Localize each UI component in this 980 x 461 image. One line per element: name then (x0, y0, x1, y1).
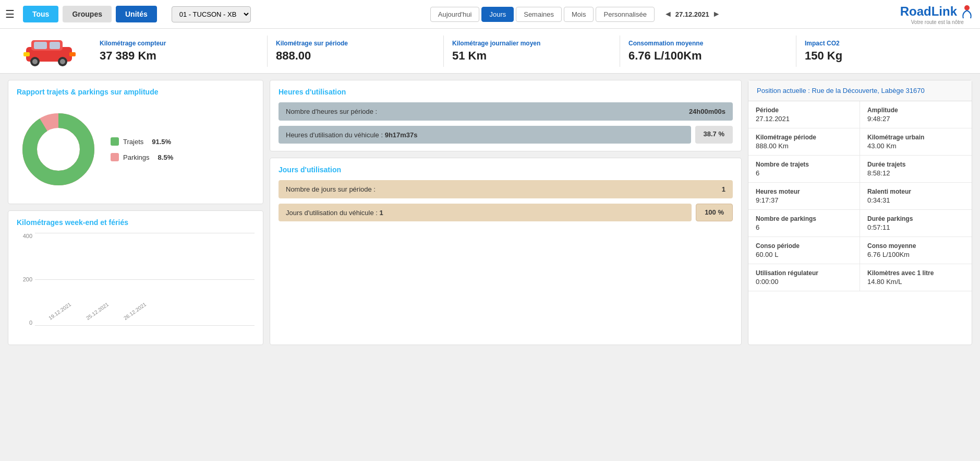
heures-total-label: Nombre d'heures sur période : (286, 108, 377, 115)
info-val-4-1: 6 (756, 223, 852, 231)
info-cell-3-right: Ralenti moteur0:34:31 (860, 183, 972, 210)
period-btn-aujourdhui[interactable]: Aujourd'hui (430, 7, 480, 22)
km-compteur-value: 37 389 Km (100, 49, 259, 63)
info-label-2-1: Nombre de trajets (756, 161, 852, 168)
info-val-1-1: 888.00 Km (756, 142, 852, 150)
hamburger-icon[interactable]: ☰ (5, 8, 15, 20)
info-grid: Période27.12.2021Amplitude9:48:27Kilomét… (748, 101, 972, 291)
info-label-4-1: Nombre de parkings (756, 215, 852, 222)
info-label-2-2: Durée trajets (867, 161, 964, 168)
svg-point-13 (43, 134, 74, 165)
svg-rect-4 (50, 42, 60, 49)
svg-rect-9 (23, 52, 30, 56)
parkings-color-dot (111, 153, 119, 161)
info-label-3-2: Ralenti moteur (867, 188, 964, 195)
info-cell-6-left: Utilisation régulateur0:00:00 (748, 264, 860, 291)
heures-total-wrapper: Nombre d'heures sur période : 24h00m00s (279, 102, 733, 121)
info-label-6-2: Kilomètres avec 1 litre (867, 269, 964, 277)
donut-card: Rapport trajets & parkings sur amplitude… (8, 80, 263, 204)
logo-icon (959, 4, 975, 19)
info-label-5-1: Conso période (756, 242, 852, 250)
jours-total-bar: Nombre de jours sur période : 1 (279, 180, 733, 198)
parkings-label: Parkings (123, 153, 150, 161)
info-val-5-1: 60.00 L (756, 251, 852, 258)
trajets-color-dot (111, 137, 119, 146)
svg-rect-3 (34, 42, 47, 49)
position-title: Position actuelle : Rue de la Découverte… (748, 80, 972, 101)
right-column: Position actuelle : Rue de la Découverte… (748, 80, 972, 345)
jours-total-value: 1 (722, 185, 725, 193)
km-journalier-label: Kilométrage journalier moyen (452, 40, 611, 47)
km-periode-label: Kilométrage sur période (276, 40, 435, 47)
donut-container (17, 108, 100, 191)
period-btn-mois[interactable]: Mois (564, 7, 594, 22)
current-date: 27.12.2021 (675, 10, 709, 18)
info-val-4-2: 0:57:11 (867, 223, 964, 231)
svg-point-0 (964, 5, 970, 10)
stat-conso: Consommation moyenne 6.76 L/100Km (620, 36, 796, 67)
nav-groupes-button[interactable]: Groupes (63, 6, 112, 22)
conso-value: 6.76 L/100Km (628, 49, 788, 63)
period-btn-jours[interactable]: Jours (481, 7, 514, 22)
stat-km-journalier: Kilométrage journalier moyen 51 Km (444, 36, 620, 67)
info-val-3-1: 9:17:37 (756, 196, 852, 204)
info-cell-6-right: Kilomètres avec 1 litre14.80 Km/L (860, 264, 972, 291)
trajets-label: Trajets (123, 138, 143, 146)
info-label-6-1: Utilisation régulateur (756, 269, 852, 277)
period-btn-personnalisee[interactable]: Personnalisée (596, 7, 654, 22)
stat-km-compteur: Kilométrage compteur 37 389 Km (91, 36, 268, 67)
stat-km-periode: Kilométrage sur période 888.00 (268, 36, 444, 67)
stat-co2: Impact CO2 150 Kg (796, 36, 972, 67)
heures-vehicle-label: Heures d'utilisation du véhicule : (286, 131, 383, 139)
info-val-2-1: 6 (756, 169, 852, 177)
parkings-legend: Parkings 8.5% (111, 153, 173, 161)
logo-text: RoadLink (900, 4, 957, 19)
info-val-6-2: 14.80 Km/L (867, 278, 964, 286)
jours-total-label: Nombre de jours sur période : (286, 185, 376, 193)
info-cell-3-left: Heures moteur9:17:37 (748, 183, 860, 210)
donut-title: Rapport trajets & parkings sur amplitude (17, 88, 255, 96)
period-tabs: Aujourd'hui Jours Semaines Mois Personna… (430, 7, 655, 22)
info-label-0-2: Amplitude (867, 107, 964, 114)
y-label-1: 200 (17, 276, 35, 282)
nav-tous-button[interactable]: Tous (23, 6, 58, 22)
vehicle-select[interactable]: 01 - TUCSON - XB (172, 6, 251, 22)
info-label-5-2: Conso moyenne (867, 242, 964, 250)
heures-card: Heures d'utilisation Nombre d'heures sur… (270, 80, 742, 151)
donut-chart (17, 108, 100, 191)
barchart-title: Kilométrages week-end et fériés (17, 218, 255, 227)
info-cell-2-right: Durée trajets8:58:12 (860, 156, 972, 183)
position-address: Rue de la Découverte, Labège 31670 (812, 87, 925, 94)
vehicle-icon (23, 34, 76, 68)
info-cell-4-right: Durée parkings0:57:11 (860, 210, 972, 237)
heures-vehicle-bar: Heures d'utilisation du véhicule : 9h17m… (279, 126, 691, 144)
logo-subtitle: Votre route est la nôtre (911, 19, 964, 25)
heures-vehicle-row: Heures d'utilisation du véhicule : 9h17m… (279, 126, 733, 144)
svg-point-8 (60, 59, 65, 64)
info-val-5-2: 6.76 L/100Km (867, 251, 964, 258)
barchart-card: Kilométrages week-end et fériés 0 200 40… (8, 210, 263, 345)
km-compteur-label: Kilométrage compteur (100, 40, 259, 47)
prev-date-arrow[interactable]: ◄ (664, 9, 672, 19)
jours-vehicle-row: Jours d'utilisation du véhicule : 1 100 … (279, 204, 733, 221)
km-periode-value: 888.00 (276, 49, 435, 63)
jours-total-wrapper: Nombre de jours sur période : 1 (279, 180, 733, 198)
info-cell-0-right: Amplitude9:48:27 (860, 101, 972, 128)
y-label-2: 400 (17, 233, 35, 239)
info-val-1-2: 43.00 Km (867, 142, 964, 150)
donut-section: Trajets 91.5% Parkings 8.5% (17, 102, 255, 196)
mid-column: Heures d'utilisation Nombre d'heures sur… (270, 80, 742, 345)
stats-row: Kilométrage compteur 37 389 Km Kilométra… (0, 29, 980, 74)
jours-card: Jours d'utilisation Nombre de jours sur … (270, 158, 742, 345)
nav-unites-button[interactable]: Unités (116, 6, 157, 22)
jours-vehicle-value: 1 (380, 209, 383, 217)
period-btn-semaines[interactable]: Semaines (516, 7, 562, 22)
info-label-1-2: Kilométrage urbain (867, 134, 964, 141)
info-val-2-2: 8:58:12 (867, 169, 964, 177)
donut-legend: Trajets 91.5% Parkings 8.5% (111, 137, 173, 161)
info-cell-1-right: Kilométrage urbain43.00 Km (860, 128, 972, 156)
info-cell-4-left: Nombre de parkings6 (748, 210, 860, 237)
co2-label: Impact CO2 (805, 40, 964, 47)
km-journalier-value: 51 Km (452, 49, 611, 63)
next-date-arrow[interactable]: ► (712, 9, 721, 19)
